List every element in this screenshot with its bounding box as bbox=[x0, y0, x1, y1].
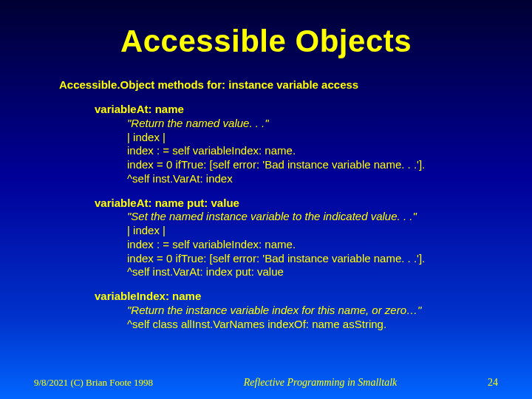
slide-title: Accessible Objects bbox=[30, 24, 502, 59]
method-comment: "Set the named instance variable to the … bbox=[127, 210, 502, 224]
method-block-1: variableAt: name put: value "Set the nam… bbox=[95, 197, 502, 280]
slide: Accessible Objects Accessible.Object met… bbox=[0, 0, 532, 399]
method-signature: variableIndex: name bbox=[95, 290, 502, 304]
method-body: "Set the named instance variable to the … bbox=[127, 210, 502, 279]
method-signature: variableAt: name put: value bbox=[95, 197, 502, 211]
slide-footer: 9/8/2021 (C) Brian Foote 1998 Reflective… bbox=[0, 377, 532, 389]
method-block-2: variableIndex: name "Return the instance… bbox=[95, 290, 502, 331]
method-signature: variableAt: name bbox=[95, 103, 502, 117]
method-comment: "Return the named value. . ." bbox=[127, 117, 502, 131]
code-line: index : = self variableIndex: name. bbox=[127, 144, 502, 158]
method-body: "Return the instance variable index for … bbox=[127, 304, 502, 332]
method-comment: "Return the instance variable index for … bbox=[127, 304, 502, 318]
methods-heading: Accessible.Object methods for: instance … bbox=[59, 78, 502, 91]
page-number: 24 bbox=[488, 377, 498, 389]
footer-title: Reflective Programming in Smalltalk bbox=[244, 377, 398, 389]
code-line: | index | bbox=[127, 131, 502, 145]
code-line: ^self inst.VarAt: index put: value bbox=[127, 265, 502, 279]
method-body: "Return the named value. . ." | index | … bbox=[127, 117, 502, 186]
code-line: index : = self variableIndex: name. bbox=[127, 238, 502, 252]
code-line: ^self inst.VarAt: index bbox=[127, 172, 502, 186]
code-line: | index | bbox=[127, 224, 502, 238]
code-line: index = 0 ifTrue: [self error: 'Bad inst… bbox=[127, 252, 502, 266]
footer-date-copyright: 9/8/2021 (C) Brian Foote 1998 bbox=[34, 377, 153, 389]
code-line: index = 0 ifTrue: [self error: 'Bad inst… bbox=[127, 158, 502, 172]
method-block-0: variableAt: name "Return the named value… bbox=[95, 103, 502, 186]
code-line: ^self class allInst.VarNames indexOf: na… bbox=[127, 318, 502, 332]
